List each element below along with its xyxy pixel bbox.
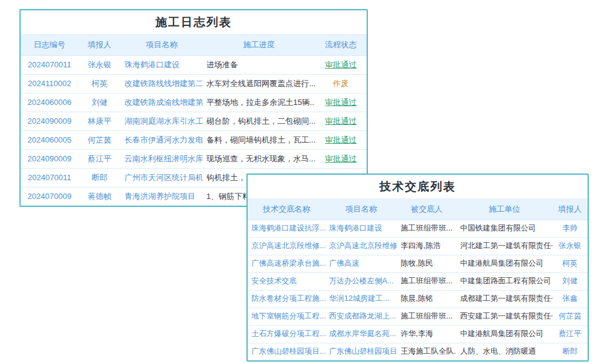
log-id-cell[interactable]: 2024070009 xyxy=(21,187,78,206)
table-row: 广佛高速桥梁承台施...广佛高速陈牧,陈民中建港航局集团有限公司柯英 xyxy=(248,255,588,272)
disclosure-name-link[interactable]: 土石方爆破分项工程... xyxy=(248,325,325,343)
disclosure-project-link[interactable]: 珠海鹤港口建设 xyxy=(325,220,397,237)
table-row: 2024090009蔡江平云南水利枢纽潜明水库一...现场巡查，无积水现象，水马… xyxy=(21,149,367,168)
disclosure-receiver-cell: 施工班组带班... xyxy=(397,220,456,237)
disclosure-name-link[interactable]: 广佛高速桥梁承台施... xyxy=(248,255,325,272)
disclosure-unit-cell: 成都建工第一建筑有限责任公司 xyxy=(456,290,552,308)
disclosure-receiver-cell: 施工班组带班... xyxy=(397,308,456,325)
technical-disclosure-title: 技术交底列表 xyxy=(248,175,588,199)
log-progress-cell: 砌台阶，钩机排土，二包砌间... xyxy=(203,112,315,130)
col-header-disclosure-reporter: 填报人 xyxy=(552,199,588,220)
log-project-link[interactable]: 云南水利枢纽潜明水库一... xyxy=(121,149,203,168)
disclosure-project-link[interactable]: 西安成都路龙湖上... xyxy=(325,308,397,325)
table-row: 土石方爆破分项工程...成都水岸华庭名苑...许华,李海中建港航局集团有限公司蔡… xyxy=(248,325,588,343)
disclosure-receiver-cell: 王海施工队全队... xyxy=(397,343,456,360)
log-status-badge[interactable]: 审批通过 xyxy=(315,130,367,149)
table-row: 2024110002柯英改建铁路线线增建第二线直...水车对全线遮阳网覆盖点进行… xyxy=(21,74,367,93)
disclosure-reporter-cell[interactable]: 蔡江平 xyxy=(552,325,588,343)
disclosure-receiver-cell: 陈晨,陈铭 xyxy=(397,290,456,308)
table-row: 防水卷材分项工程施...华润12城房建工...陈晨,陈铭成都建工第一建筑有限责任… xyxy=(248,290,588,308)
disclosure-reporter-cell[interactable]: 张永银 xyxy=(552,237,588,255)
log-project-link[interactable]: 广州市天河区统计局机房... xyxy=(121,168,203,187)
table-row: 2024060006刘健改建铁路成渝线增建第二...平整场地，拉走多余泥土15辆… xyxy=(21,93,367,112)
disclosure-receiver-cell: 陈牧,陈民 xyxy=(397,255,456,272)
table-row: 安全技术交底万达办公楼左侧A...施工班组带班...中建集团路面工程有限公司刘健 xyxy=(248,272,588,290)
log-reporter-cell[interactable]: 断郎 xyxy=(78,168,121,187)
disclosure-receiver-cell: 李四海,陈浩 xyxy=(397,237,456,255)
disclosure-project-link[interactable]: 华润12城房建工... xyxy=(325,290,397,308)
disclosure-unit-cell: 河北建工第一建筑有限责任公司 xyxy=(456,237,552,255)
disclosure-project-link[interactable]: 京沪高速北京段维修 xyxy=(325,237,397,255)
disclosure-project-link[interactable]: 万达办公楼左侧A... xyxy=(325,272,397,290)
log-progress-cell: 平整场地，拉走多余泥土15辆... xyxy=(203,93,315,112)
col-header-disclosure-name: 技术交底名称 xyxy=(248,199,325,220)
log-project-link[interactable]: 湖南洞庭湖水库引水工程... xyxy=(121,112,203,130)
log-id-cell[interactable]: 2024110002 xyxy=(21,74,78,93)
col-header-log-status: 流程状态 xyxy=(315,35,367,55)
log-project-link[interactable]: 改建铁路成渝线增建第二... xyxy=(121,93,203,112)
disclosure-project-link[interactable]: 广佛高速 xyxy=(325,255,397,272)
log-reporter-cell[interactable]: 蒋德帧 xyxy=(78,187,121,206)
table-row: 2024090009林康平湖南洞庭湖水库引水工程...砌台阶，钩机排土，二包砌间… xyxy=(21,112,367,130)
log-project-link[interactable]: 长春市伊通河水力发电厂... xyxy=(121,130,203,149)
log-progress-cell: 水车对全线遮阳网覆盖点进行... xyxy=(203,74,315,93)
disclosure-reporter-cell[interactable]: 李帅 xyxy=(552,220,588,237)
log-status-badge[interactable]: 审批通过 xyxy=(315,93,367,112)
log-status-badge[interactable]: 审批通过 xyxy=(315,149,367,168)
disclosure-reporter-cell[interactable]: 刘健 xyxy=(552,272,588,290)
log-reporter-cell[interactable]: 柯英 xyxy=(78,74,121,93)
col-header-log-id: 日志编号 xyxy=(21,35,78,55)
log-reporter-cell[interactable]: 林康平 xyxy=(78,112,121,130)
disclosure-reporter-cell[interactable]: 断郎 xyxy=(552,343,588,360)
technical-disclosure-panel: 技术交底列表 技术交底名称 项目名称 被交底人 施工单位 填报人 珠海鹤港口建设… xyxy=(246,174,589,362)
disclosure-name-link[interactable]: 珠海鹤港口建设抗浮... xyxy=(248,220,325,237)
log-reporter-cell[interactable]: 蔡江平 xyxy=(78,149,121,168)
disclosure-unit-cell: 西安建工第一建筑有限责任公司 xyxy=(456,308,552,325)
disclosure-name-link[interactable]: 安全技术交底 xyxy=(248,272,325,290)
log-id-cell[interactable]: 2024070011 xyxy=(21,168,78,187)
table-row: 2024070011张永银珠海鹤港口建设进场准备审批通过 xyxy=(21,55,367,74)
disclosure-name-link[interactable]: 广东佛山碧桂园项目... xyxy=(248,343,325,360)
log-id-cell[interactable]: 2024090009 xyxy=(21,149,78,168)
disclosure-reporter-cell[interactable]: 何芷茵 xyxy=(552,308,588,325)
table-row: 珠海鹤港口建设抗浮...珠海鹤港口建设施工班组带班...中国铁建集团有限公司李帅 xyxy=(248,220,588,237)
construction-log-header-row: 日志编号 填报人 项目名称 施工进度 流程状态 xyxy=(21,35,367,55)
disclosure-receiver-cell: 许华,李海 xyxy=(397,325,456,343)
log-reporter-cell[interactable]: 刘健 xyxy=(78,93,121,112)
log-project-link[interactable]: 改建铁路线线增建第二线直... xyxy=(121,74,203,93)
table-row: 2024060005何芷茵长春市伊通河水力发电厂...备料，砌间墙钩机排土，瓦工… xyxy=(21,130,367,149)
disclosure-unit-cell: 人防、水电、消防暖通 xyxy=(456,343,552,360)
log-reporter-cell[interactable]: 何芷茵 xyxy=(78,130,121,149)
disclosure-reporter-cell[interactable]: 张鑫 xyxy=(552,290,588,308)
col-header-log-reporter: 填报人 xyxy=(78,35,121,55)
col-header-log-project: 项目名称 xyxy=(121,35,203,55)
log-id-cell[interactable]: 2024070011 xyxy=(21,55,78,74)
log-id-cell[interactable]: 2024060006 xyxy=(21,93,78,112)
disclosure-reporter-cell[interactable]: 柯英 xyxy=(552,255,588,272)
log-status-badge[interactable]: 审批通过 xyxy=(315,112,367,130)
table-row: 地下室钢筋分项工程...西安成都路龙湖上...施工班组带班...西安建工第一建筑… xyxy=(248,308,588,325)
log-id-cell[interactable]: 2024060005 xyxy=(21,130,78,149)
disclosure-name-link[interactable]: 京沪高速北京段维修... xyxy=(248,237,325,255)
log-id-cell[interactable]: 2024090009 xyxy=(21,112,78,130)
log-progress-cell: 现场巡查，无积水现象，水马... xyxy=(203,149,315,168)
log-project-link[interactable]: 青海洪湖养护院项目 xyxy=(121,187,203,206)
col-header-log-progress: 施工进度 xyxy=(203,35,315,55)
col-header-disclosure-unit: 施工单位 xyxy=(456,199,552,220)
disclosure-unit-cell: 中建集团路面工程有限公司 xyxy=(456,272,552,290)
table-row: 广东佛山碧桂园项目...广东佛山碧桂园项目王海施工队全队...人防、水电、消防暖… xyxy=(248,343,588,360)
log-project-link[interactable]: 珠海鹤港口建设 xyxy=(121,55,203,74)
disclosure-unit-cell: 中国铁建集团有限公司 xyxy=(456,220,552,237)
disclosure-name-link[interactable]: 防水卷材分项工程施... xyxy=(248,290,325,308)
disclosure-receiver-cell: 施工班组带班... xyxy=(397,272,456,290)
disclosure-project-link[interactable]: 广东佛山碧桂园项目 xyxy=(325,343,397,360)
disclosure-name-link[interactable]: 地下室钢筋分项工程... xyxy=(248,308,325,325)
log-progress-cell: 进场准备 xyxy=(203,55,315,74)
log-reporter-cell[interactable]: 张永银 xyxy=(78,55,121,74)
technical-disclosure-body: 珠海鹤港口建设抗浮...珠海鹤港口建设施工班组带班...中国铁建集团有限公司李帅… xyxy=(248,220,588,360)
col-header-disclosure-project: 项目名称 xyxy=(325,199,397,220)
technical-disclosure-table: 技术交底名称 项目名称 被交底人 施工单位 填报人 珠海鹤港口建设抗浮...珠海… xyxy=(248,199,588,360)
disclosure-project-link[interactable]: 成都水岸华庭名苑... xyxy=(325,325,397,343)
log-status-badge[interactable]: 审批通过 xyxy=(315,55,367,74)
log-status-badge[interactable]: 作废 xyxy=(315,74,367,93)
